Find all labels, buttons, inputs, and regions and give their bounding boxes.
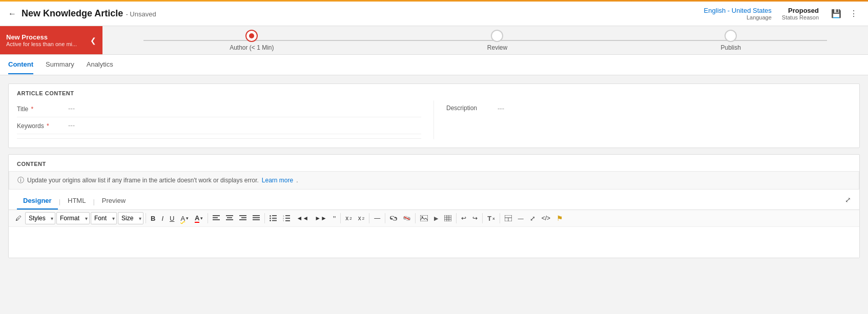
title-label-text: Title bbox=[17, 106, 28, 113]
fullscreen-btn[interactable]: ⤢ bbox=[527, 212, 538, 224]
font-color-btn[interactable]: A ▾ bbox=[192, 212, 205, 224]
info-banner: ⓘ Update your origins allow list if any … bbox=[9, 171, 859, 190]
insert-link-icon bbox=[390, 216, 397, 221]
status-value[interactable]: Proposed bbox=[782, 7, 819, 14]
page-header: ← New Knowledge Article - Unsaved Englis… bbox=[0, 2, 868, 26]
editor-tabs: Designer | HTML | Preview ⤢ bbox=[9, 190, 859, 210]
article-content-form: Title * --- Keywords * --- Description bbox=[9, 100, 859, 148]
svg-rect-29 bbox=[420, 215, 428, 221]
keywords-value[interactable]: --- bbox=[68, 121, 421, 129]
tab-analytics[interactable]: Analytics bbox=[87, 55, 113, 74]
svg-rect-6 bbox=[226, 219, 233, 220]
process-step-review[interactable]: Review bbox=[487, 30, 507, 51]
language-value[interactable]: English - United States bbox=[704, 7, 772, 14]
undo-btn[interactable]: ↩ bbox=[459, 212, 469, 224]
unsaved-label: - Unsaved bbox=[126, 10, 156, 18]
clear-formatting-btn[interactable]: Tx bbox=[485, 212, 497, 224]
toolbar-sep-3 bbox=[264, 213, 265, 223]
format-select[interactable]: Format bbox=[56, 212, 90, 224]
article-content-card: ARTICLE CONTENT Title * --- Keywords * -… bbox=[8, 83, 860, 148]
highlight-btn[interactable]: A ▾ bbox=[178, 212, 191, 224]
process-badge[interactable]: New Process Active for less than one mi.… bbox=[0, 26, 102, 54]
increase-indent-btn[interactable]: ►► bbox=[312, 212, 329, 224]
hr-btn[interactable]: — bbox=[515, 212, 526, 224]
decrease-indent-btn[interactable]: ◄◄ bbox=[294, 212, 311, 224]
insert-link-btn[interactable] bbox=[387, 212, 400, 224]
process-step-author[interactable]: Author (< 1 Min) bbox=[230, 30, 274, 51]
superscript-btn[interactable]: x2 bbox=[343, 212, 354, 224]
clear-format-btn[interactable]: 🖊 bbox=[13, 212, 24, 224]
svg-rect-5 bbox=[227, 217, 232, 218]
size-select[interactable]: Size bbox=[118, 212, 143, 224]
editor-tab-sep-1: | bbox=[58, 198, 61, 205]
blockquote-btn[interactable]: " bbox=[330, 212, 338, 224]
more-options-button[interactable]: ⋮ bbox=[848, 8, 860, 19]
remove-link-btn[interactable] bbox=[401, 212, 413, 224]
expand-editor-icon[interactable]: ⤢ bbox=[845, 196, 851, 204]
svg-rect-1 bbox=[213, 217, 218, 218]
svg-rect-27 bbox=[285, 220, 290, 221]
subscript-btn[interactable]: x2 bbox=[356, 212, 367, 224]
horizontal-rule-btn[interactable]: — bbox=[371, 212, 383, 224]
title-value[interactable]: --- bbox=[68, 104, 421, 112]
insert-table-btn[interactable] bbox=[442, 212, 454, 224]
back-button[interactable]: ← bbox=[8, 9, 16, 18]
insert-table-icon bbox=[444, 215, 451, 221]
insert-image-btn[interactable] bbox=[418, 212, 430, 224]
editor-tab-preview[interactable]: Preview bbox=[96, 194, 132, 210]
info-text: Update your origins allow list if any if… bbox=[27, 177, 259, 184]
step-label-review: Review bbox=[487, 44, 507, 51]
tab-content[interactable]: Content bbox=[8, 55, 33, 74]
table-tools-btn[interactable] bbox=[502, 212, 514, 224]
align-left-btn[interactable] bbox=[210, 212, 222, 224]
process-step-publish[interactable]: Publish bbox=[720, 30, 740, 51]
align-center-icon bbox=[226, 215, 233, 221]
description-value[interactable]: --- bbox=[498, 104, 851, 135]
editor-toolbar: 🖊 Styles Format Font bbox=[9, 210, 859, 227]
tab-summary[interactable]: Summary bbox=[46, 55, 74, 74]
save-button[interactable]: 💾 bbox=[829, 8, 843, 19]
align-center-btn[interactable] bbox=[223, 212, 236, 224]
insert-video-btn[interactable]: ▶ bbox=[431, 212, 441, 224]
process-steps: Author (< 1 Min) Review Publish bbox=[102, 26, 868, 54]
title-row: Title * --- bbox=[17, 100, 421, 117]
svg-rect-25 bbox=[285, 218, 290, 219]
editor-tab-designer[interactable]: Designer bbox=[17, 194, 58, 210]
font-select[interactable]: Font bbox=[91, 212, 117, 224]
step-label-author: Author (< 1 Min) bbox=[230, 44, 274, 51]
unordered-list-btn[interactable] bbox=[267, 212, 279, 224]
clear-format-icon: 🖊 bbox=[15, 215, 22, 222]
editor-tab-sep-2: | bbox=[92, 198, 95, 205]
svg-rect-21 bbox=[272, 220, 277, 221]
toolbar-sep-9 bbox=[482, 213, 483, 223]
language-label: Language bbox=[704, 14, 772, 20]
styles-select[interactable]: Styles bbox=[25, 212, 55, 224]
flag-btn[interactable]: ⚑ bbox=[554, 212, 566, 224]
editor-tab-html[interactable]: HTML bbox=[61, 194, 92, 210]
editor-body[interactable] bbox=[9, 227, 859, 258]
redo-btn[interactable]: ↪ bbox=[470, 212, 480, 224]
tabs-bar: Content Summary Analytics bbox=[0, 55, 868, 75]
align-right-btn[interactable] bbox=[237, 212, 249, 224]
header-right: English - United States Language Propose… bbox=[704, 7, 860, 20]
italic-btn[interactable]: I bbox=[159, 212, 166, 224]
step-circle-author bbox=[245, 30, 258, 42]
process-badge-subtitle: Active for less than one mi... bbox=[6, 41, 77, 47]
toolbar-sep-10 bbox=[500, 213, 500, 223]
language-section: English - United States Language bbox=[704, 7, 772, 20]
process-badge-text: New Process Active for less than one mi.… bbox=[6, 33, 77, 47]
underline-btn[interactable]: U bbox=[167, 212, 177, 224]
bold-btn[interactable]: B bbox=[148, 212, 158, 224]
process-collapse-icon[interactable]: ❮ bbox=[90, 36, 96, 45]
toolbar-sep-6 bbox=[385, 213, 385, 223]
svg-rect-0 bbox=[213, 215, 220, 216]
svg-rect-17 bbox=[272, 215, 277, 216]
ordered-list-btn[interactable]: 1.2.3. bbox=[280, 212, 293, 224]
justify-btn[interactable] bbox=[250, 212, 262, 224]
article-content-header: ARTICLE CONTENT bbox=[9, 84, 859, 100]
learn-more-link[interactable]: Learn more bbox=[262, 177, 293, 184]
svg-text:3.: 3. bbox=[283, 220, 284, 221]
html-source-btn[interactable]: </> bbox=[539, 212, 553, 224]
format-dropdown-wrap: Format bbox=[56, 212, 90, 224]
toolbar-sep-4 bbox=[340, 213, 341, 223]
